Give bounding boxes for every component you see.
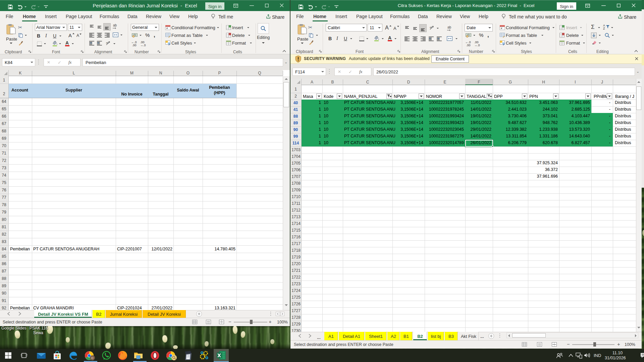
svg-text:D: D: [91, 356, 94, 360]
svg-text:≠: ≠: [166, 27, 168, 30]
svg-text:ab: ab: [106, 42, 109, 44]
svg-text:≠: ≠: [501, 27, 502, 30]
svg-text:ab: ab: [430, 26, 432, 28]
